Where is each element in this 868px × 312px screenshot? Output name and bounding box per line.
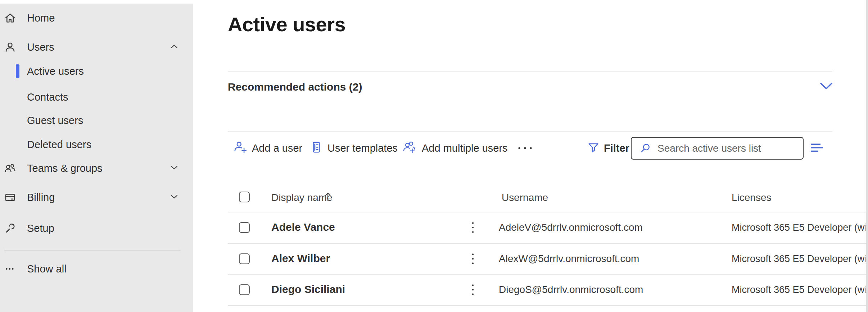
search-box	[631, 137, 804, 160]
sidebar-item-label: Home	[27, 12, 55, 24]
column-header-username[interactable]: Username	[502, 192, 548, 203]
column-header-licenses[interactable]: Licenses	[732, 192, 772, 203]
sidebar-item-label: Deleted users	[27, 139, 91, 151]
recommended-actions-label: Recommended actions (2)	[228, 81, 362, 93]
row-checkbox[interactable]	[239, 284, 250, 295]
filter-label: Filter	[604, 142, 629, 154]
sidebar-item-billing[interactable]: Billing	[0, 187, 193, 207]
user-username: DiegoS@5drrlv.onmicrosoft.com	[499, 284, 643, 296]
user-licenses: Microsoft 365 E5 Developer (withou	[732, 253, 865, 265]
sidebar-divider	[4, 250, 181, 251]
sidebar-item-label: Active users	[27, 65, 84, 77]
more-actions-icon[interactable]	[517, 145, 533, 152]
add-multiple-users-icon	[402, 140, 417, 156]
user-display-name[interactable]: Alex Wilber	[271, 251, 330, 266]
user-username: AlexW@5drrlv.onmicrosoft.com	[499, 253, 639, 265]
sidebar-item-label: Billing	[27, 192, 55, 203]
sidebar-item-setup[interactable]: Setup	[0, 218, 193, 238]
user-templates-label: User templates	[327, 142, 398, 154]
filter-button[interactable]: Filter	[587, 139, 629, 157]
user-display-name[interactable]: Diego Siciliani	[271, 282, 345, 297]
people-icon	[4, 162, 16, 174]
chevron-down-icon[interactable]	[819, 82, 833, 92]
home-icon	[4, 12, 16, 24]
user-templates-icon	[309, 141, 323, 156]
user-licenses: Microsoft 365 E5 Developer (withou	[732, 284, 865, 295]
add-multiple-users-label: Add multiple users	[422, 142, 508, 154]
chevron-down-icon[interactable]	[170, 165, 178, 172]
table-row[interactable]: Alex Wilber AlexW@5drrlv.onmicrosoft.com…	[228, 244, 868, 274]
sidebar-item-active-users[interactable]: Active users	[0, 61, 193, 81]
sidebar-item-label: Teams & groups	[27, 162, 103, 174]
row-more-actions-icon[interactable]	[471, 253, 475, 266]
table-row[interactable]: Diego Siciliani DiegoS@5drrlv.onmicrosof…	[228, 275, 868, 305]
sidebar-item-home[interactable]: Home	[0, 8, 193, 28]
column-header-display-name[interactable]: Display name	[271, 192, 333, 203]
user-username: AdeleV@5drrlv.onmicrosoft.com	[499, 221, 643, 234]
row-more-actions-icon[interactable]	[471, 221, 475, 235]
search-input[interactable]	[657, 143, 794, 154]
sidebar-item-label: Users	[27, 41, 54, 53]
sidebar-item-deleted-users[interactable]: Deleted users	[0, 134, 193, 155]
sidebar-item-show-all[interactable]: Show all	[0, 259, 193, 279]
chevron-up-icon[interactable]	[170, 43, 178, 51]
table-row[interactable]: Adele Vance AdeleV@5drrlv.onmicrosoft.co…	[228, 212, 868, 243]
scrollbar[interactable]	[866, 0, 868, 312]
select-all-checkbox[interactable]	[239, 192, 250, 202]
add-user-icon	[233, 140, 248, 156]
sidebar-item-label: Setup	[27, 222, 54, 234]
divider	[228, 71, 832, 72]
sort-lines-icon[interactable]	[810, 143, 825, 154]
row-checkbox[interactable]	[239, 253, 250, 264]
billing-card-icon	[4, 191, 16, 203]
sidebar: Home Users Active users Contacts	[0, 4, 193, 312]
divider	[228, 131, 832, 132]
row-checkbox[interactable]	[239, 222, 250, 233]
sidebar-item-teams-groups[interactable]: Teams & groups	[0, 158, 193, 178]
active-users-page: Home Users Active users Contacts	[0, 0, 868, 312]
sidebar-item-label: Show all	[27, 263, 67, 275]
add-user-button[interactable]: Add a user	[233, 139, 302, 157]
user-licenses: Microsoft 365 E5 Developer (withou	[732, 222, 865, 233]
table-divider	[228, 305, 866, 306]
wrench-icon	[4, 222, 16, 234]
sidebar-item-users[interactable]: Users	[0, 37, 193, 57]
page-title: Active users	[228, 14, 345, 35]
chevron-down-icon[interactable]	[170, 194, 178, 201]
search-icon	[639, 142, 652, 155]
sort-ascending-arrow-icon	[324, 191, 331, 204]
user-display-name[interactable]: Adele Vance	[271, 220, 335, 234]
sidebar-item-label: Contacts	[27, 91, 68, 103]
user-templates-button[interactable]: User templates	[309, 139, 398, 157]
row-more-actions-icon[interactable]	[471, 284, 475, 297]
add-multiple-users-button[interactable]: Add multiple users	[402, 139, 508, 157]
selected-indicator	[16, 64, 19, 78]
sidebar-item-label: Guest users	[27, 115, 83, 127]
user-icon	[4, 41, 16, 53]
sidebar-item-guest-users[interactable]: Guest users	[0, 110, 193, 130]
filter-icon	[587, 141, 600, 155]
show-all-dots-icon	[4, 263, 16, 275]
add-user-label: Add a user	[252, 142, 302, 154]
sidebar-item-contacts[interactable]: Contacts	[0, 87, 193, 107]
